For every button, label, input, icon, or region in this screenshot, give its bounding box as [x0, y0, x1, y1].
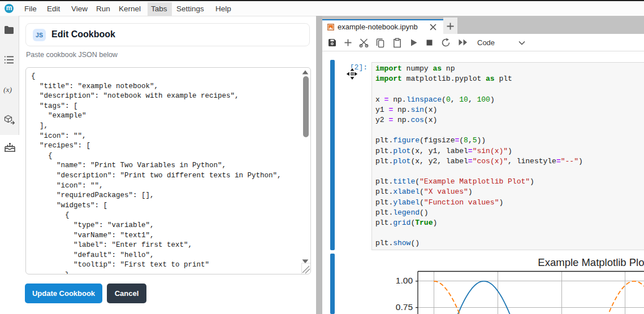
svg-text:0.75: 0.75: [396, 302, 413, 312]
svg-text:Example Matplotlib Plot: Example Matplotlib Plot: [538, 256, 644, 268]
svg-text:1.00: 1.00: [396, 276, 413, 285]
